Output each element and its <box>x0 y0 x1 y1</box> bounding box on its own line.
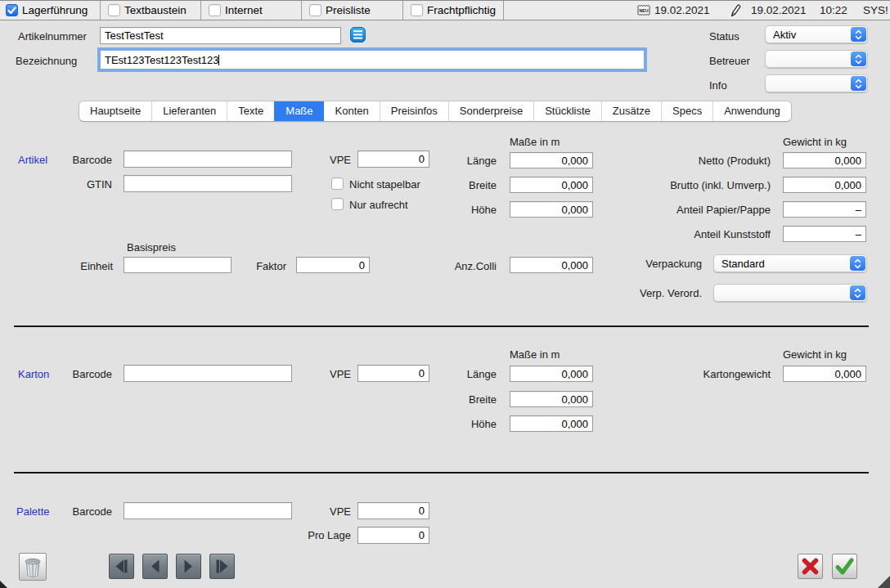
user-id: SYS! <box>863 4 888 16</box>
brutto-input[interactable]: 0,000 <box>783 177 866 193</box>
updown-chevron-icon <box>851 52 866 66</box>
pro-lage-input[interactable]: 0 <box>357 527 429 544</box>
netto-label: Netto (Produkt) <box>648 155 771 167</box>
tab-konten[interactable]: Konten <box>324 101 380 121</box>
kartongewicht-input[interactable]: 0,000 <box>783 366 866 382</box>
checkbox-label: Internet <box>225 4 263 16</box>
last-record-button[interactable] <box>209 554 235 579</box>
check-icon <box>7 7 16 15</box>
tab-lieferanten[interactable]: Lieferanten <box>151 101 227 121</box>
tab-bar: Hauptseite Lieferanten Texte Maße Konten… <box>79 101 791 121</box>
artikel-breite-input[interactable]: 0,000 <box>510 177 593 193</box>
karton-vpe-label: VPE <box>269 368 351 380</box>
verpackung-label: Verpackung <box>604 258 702 270</box>
verp-verord-select[interactable] <box>713 284 867 302</box>
tab-stueckliste[interactable]: Stückliste <box>533 101 601 121</box>
brutto-label: Brutto (inkl. Umverp.) <box>648 179 771 191</box>
karton-breite-input[interactable]: 0,000 <box>510 391 593 407</box>
checkbox-cell-frachtpflichtig: Frachtpflichtig <box>403 1 504 20</box>
updown-chevron-icon <box>851 76 866 91</box>
confirm-button[interactable] <box>832 554 857 579</box>
lagerfuehrung-checkbox[interactable] <box>6 4 18 16</box>
artikel-laenge-label: Länge <box>398 155 497 167</box>
artikel-gtin-label: GTIN <box>30 178 112 191</box>
updown-chevron-icon <box>851 27 866 42</box>
tab-specs[interactable]: Specs <box>661 101 712 121</box>
topbar: Lagerführung Textbaustein Internet Preis… <box>0 0 890 20</box>
karton-hoehe-input[interactable]: 0,000 <box>510 415 593 432</box>
next-record-button[interactable] <box>176 554 201 579</box>
karton-masse-header: Maße in m <box>510 348 560 361</box>
modified-date: 19.02.2021 <box>751 4 807 16</box>
preisliste-checkbox[interactable] <box>309 4 321 16</box>
anteil-kunststoff-input[interactable]: – <box>783 226 866 242</box>
previous-record-button[interactable] <box>142 554 168 579</box>
karton-gewicht-header: Gewicht in kg <box>783 348 847 361</box>
artikel-breite-label: Breite <box>398 179 497 191</box>
checkbox-label: Lagerführung <box>22 4 88 16</box>
previous-record-icon <box>143 554 167 578</box>
checkbox-label: Preisliste <box>326 4 371 16</box>
palette-barcode-label: Barcode <box>30 505 112 518</box>
tab-anwendung[interactable]: Anwendung <box>712 101 791 121</box>
einheit-label: Einheit <box>31 260 113 272</box>
karton-hoehe-label: Höhe <box>398 418 497 430</box>
checkbox-cell-textbaustein: Textbaustein <box>101 1 201 20</box>
anz-colli-input[interactable]: 0,000 <box>510 257 593 273</box>
artikelnummer-input[interactable]: TestTestTest <box>100 27 341 44</box>
internet-checkbox[interactable] <box>209 4 221 16</box>
delete-button[interactable] <box>19 553 47 581</box>
checkbox-label: Textbaustein <box>124 4 187 16</box>
cancel-button[interactable] <box>798 554 823 579</box>
info-select[interactable] <box>765 74 868 92</box>
status-select[interactable]: Aktiv <box>765 25 868 43</box>
tab-sonderpreise[interactable]: Sonderpreise <box>448 101 533 121</box>
resize-grip[interactable] <box>0 581 7 588</box>
status-label: Status <box>709 30 739 43</box>
pro-lage-label: Pro Lage <box>269 529 351 541</box>
first-record-button[interactable] <box>109 554 134 579</box>
tab-zusaetze[interactable]: Zusätze <box>601 101 661 121</box>
tab-masse[interactable]: Maße <box>274 101 323 121</box>
tab-preisinfos[interactable]: Preisinfos <box>380 101 448 121</box>
verp-verord-label: Verp. Verord. <box>604 287 702 299</box>
text-cursor <box>218 55 219 65</box>
created-date: 19.02.2021 <box>654 4 710 16</box>
palette-vpe-input[interactable]: 0 <box>357 502 429 519</box>
tab-texte[interactable]: Texte <box>227 101 274 121</box>
app-window: Lagerführung Textbaustein Internet Preis… <box>0 0 890 588</box>
clock-time: 10:22 <box>820 4 847 16</box>
first-record-icon <box>110 554 133 578</box>
info-label: Info <box>709 79 727 92</box>
anteil-kunststoff-label: Anteil Kunststoff <box>648 228 771 240</box>
karton-barcode-label: Barcode <box>30 368 112 380</box>
betreuer-select[interactable] <box>765 50 868 68</box>
karton-barcode-input[interactable] <box>124 365 292 382</box>
artikel-laenge-input[interactable]: 0,000 <box>510 152 593 168</box>
textbaustein-checkbox[interactable] <box>108 4 120 16</box>
checkbox-label: Frachtpflichtig <box>427 4 496 16</box>
frachtpflichtig-checkbox[interactable] <box>411 4 423 16</box>
cancel-x-icon <box>798 554 822 578</box>
section-divider <box>14 325 869 327</box>
faktor-input[interactable]: 0 <box>296 257 370 273</box>
artikel-barcode-input[interactable] <box>124 150 292 168</box>
palette-barcode-input[interactable] <box>124 502 292 519</box>
trash-icon <box>20 554 46 580</box>
pencil-icon <box>730 3 741 20</box>
basispreis-header: Basispreis <box>127 241 176 254</box>
neu-stamp-icon: NEU <box>636 4 651 19</box>
artikel-hoehe-input[interactable]: 0,000 <box>510 201 593 218</box>
artikel-gtin-input[interactable] <box>124 175 292 192</box>
nicht-stapelbar-checkbox[interactable] <box>331 177 344 190</box>
resize-grip[interactable] <box>878 576 890 588</box>
anteil-papier-input[interactable]: – <box>783 201 866 218</box>
gewicht-header: Gewicht in kg <box>783 136 847 148</box>
tab-hauptseite[interactable]: Hauptseite <box>79 101 151 121</box>
verpackung-select[interactable]: Standard <box>713 254 867 272</box>
nur-aufrecht-checkbox[interactable] <box>331 198 344 210</box>
bezeichnung-input[interactable]: TEst123Test123Test123 <box>100 50 645 70</box>
netto-input[interactable]: 0,000 <box>783 152 866 168</box>
karton-laenge-input[interactable]: 0,000 <box>510 366 593 382</box>
list-icon[interactable] <box>350 27 366 45</box>
